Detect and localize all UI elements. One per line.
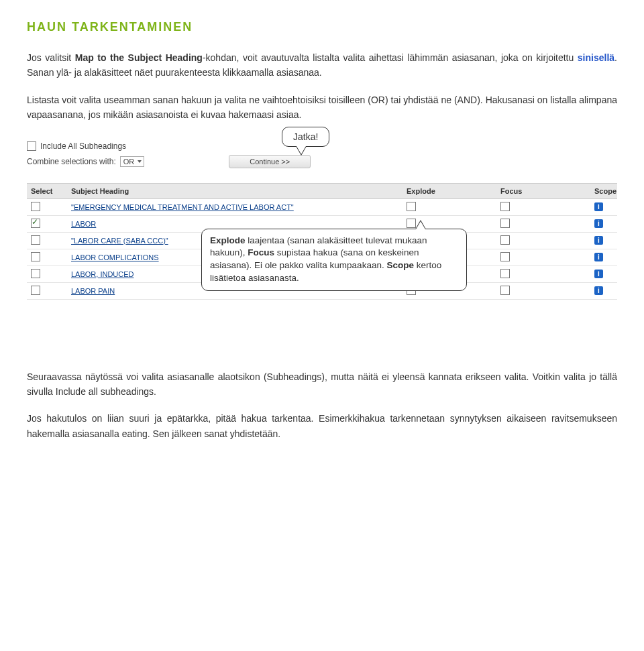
combine-select[interactable]: OR: [120, 156, 145, 167]
include-all-checkbox[interactable]: [27, 141, 36, 151]
combine-label: Combine selections with:: [27, 157, 116, 166]
paragraph-4: Jos hakutulos on liian suuri ja epätarkk…: [27, 411, 617, 441]
row-explode-checkbox[interactable]: [407, 202, 416, 211]
table-row: "EMERGENCY MEDICAL TREATMENT AND ACTIVE …: [27, 199, 617, 216]
include-all-label: Include All Subheadings: [40, 141, 126, 151]
row-focus-checkbox[interactable]: [500, 269, 510, 278]
row-label[interactable]: LABOR: [71, 220, 407, 228]
continue-button[interactable]: Continue >>: [229, 155, 311, 168]
row-select-checkbox[interactable]: [31, 202, 40, 211]
p1-blue1: sinisellä: [578, 52, 614, 63]
info-icon[interactable]: i: [594, 270, 603, 278]
row-select-checkbox[interactable]: [31, 219, 40, 228]
p1-text1: Jos valitsit: [27, 52, 75, 63]
row-select-checkbox[interactable]: [31, 235, 40, 245]
th-explode: Explode: [407, 187, 500, 195]
th-focus: Focus: [500, 187, 594, 195]
p1-bold1: Map to the Subject Heading: [75, 52, 203, 63]
callout-jatka: Jatka!: [282, 127, 329, 147]
c2-b1: Explode: [210, 235, 246, 245]
row-focus-checkbox[interactable]: [500, 202, 510, 211]
paragraph-1: Jos valitsit Map to the Subject Heading-…: [27, 50, 617, 80]
paragraph-3: Seuraavassa näytössä voi valita asiasana…: [27, 369, 617, 400]
info-icon[interactable]: i: [594, 219, 603, 228]
paragraph-2: Listasta voit valita useamman sanan haku…: [27, 93, 617, 123]
row-select-checkbox[interactable]: [31, 252, 40, 261]
info-icon[interactable]: i: [594, 202, 603, 211]
c2-b3: Scope: [386, 260, 414, 270]
th-scope: Scope: [594, 187, 635, 195]
c2-b2: Focus: [248, 247, 274, 257]
info-icon[interactable]: i: [594, 253, 603, 261]
row-select-checkbox[interactable]: [31, 286, 40, 295]
info-icon[interactable]: i: [594, 236, 603, 245]
row-focus-checkbox[interactable]: [500, 219, 510, 228]
table-header: Select Subject Heading Explode Focus Sco…: [27, 183, 617, 199]
row-focus-checkbox[interactable]: [500, 235, 510, 245]
page-title: HAUN TARKENTAMINEN: [27, 20, 617, 34]
row-focus-checkbox[interactable]: [500, 252, 510, 261]
info-icon[interactable]: i: [594, 286, 603, 295]
row-select-checkbox[interactable]: [31, 269, 40, 278]
th-select: Select: [31, 187, 71, 195]
embedded-screenshot: Include All Subheadings Combine selectio…: [27, 141, 617, 343]
row-explode-checkbox[interactable]: [407, 219, 416, 228]
th-subject: Subject Heading: [71, 187, 407, 195]
row-focus-checkbox[interactable]: [500, 286, 510, 295]
p1-text2: -kohdan, voit avautuvalta listalta valit…: [203, 52, 578, 63]
row-label[interactable]: "EMERGENCY MEDICAL TREATMENT AND ACTIVE …: [71, 203, 407, 211]
callout-explode-focus: Explode laajentaa (sanan alakäsitteet tu…: [201, 229, 467, 292]
